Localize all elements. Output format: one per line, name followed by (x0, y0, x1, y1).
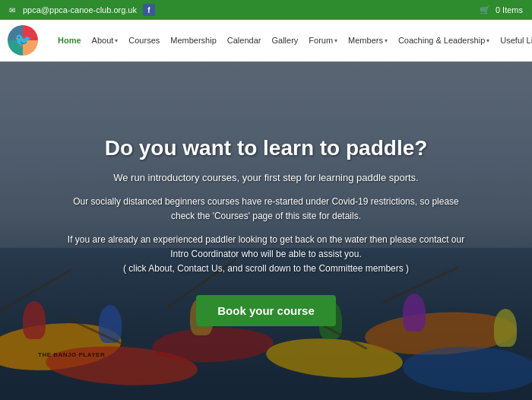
nav-bar: 🐦 Home About ▾ Courses Membership Calend… (0, 20, 532, 62)
hero-subtitle: We run introductory courses, your first … (113, 170, 419, 186)
hero-title: Do you want to learn to paddle? (105, 135, 428, 161)
nav-membership[interactable]: Membership (166, 33, 221, 48)
cart-count[interactable]: 0 Items (496, 5, 523, 14)
nav-links: Home About ▾ Courses Membership Calendar… (53, 33, 532, 48)
logo[interactable]: 🐦 (8, 25, 38, 56)
email-link[interactable]: ppca@ppca-canoe-club.org.uk (23, 5, 137, 14)
logo-bird: 🐦 (14, 32, 31, 49)
nav-forum[interactable]: Forum ▾ (304, 33, 342, 48)
top-bar: ✉ ppca@ppca-canoe-club.org.uk f 🛒 0 Item… (0, 0, 532, 20)
top-bar-right: 🛒 0 Items (480, 5, 523, 15)
nav-useful-links[interactable]: Useful Links (496, 33, 532, 48)
nav-gallery[interactable]: Gallery (267, 33, 302, 48)
hero-text2: If you are already an experienced paddle… (61, 233, 471, 277)
forum-chevron: ▾ (334, 37, 337, 44)
nav-home[interactable]: Home (53, 33, 86, 48)
email-icon: ✉ (9, 6, 15, 14)
hero-text1: Our socially distanced beginners courses… (61, 195, 471, 224)
book-course-button[interactable]: Book your course (196, 295, 336, 326)
facebook-icon[interactable]: f (143, 4, 155, 16)
members-chevron: ▾ (385, 37, 388, 44)
cart-icon: 🛒 (480, 5, 490, 15)
about-chevron: ▾ (115, 37, 118, 44)
nav-members[interactable]: Members ▾ (344, 33, 392, 48)
hero-section: THE BANJO PLAYER Do you want to learn to… (0, 62, 532, 400)
nav-calendar[interactable]: Calendar (223, 33, 266, 48)
hero-content: Do you want to learn to paddle? We run i… (0, 62, 532, 400)
top-bar-left: ✉ ppca@ppca-canoe-club.org.uk f (9, 4, 155, 16)
logo-image: 🐦 (8, 25, 38, 56)
coaching-chevron: ▾ (486, 37, 489, 44)
nav-courses[interactable]: Courses (124, 33, 164, 48)
nav-coaching[interactable]: Coaching & Leadership ▾ (394, 33, 494, 48)
nav-about[interactable]: About ▾ (87, 33, 123, 48)
